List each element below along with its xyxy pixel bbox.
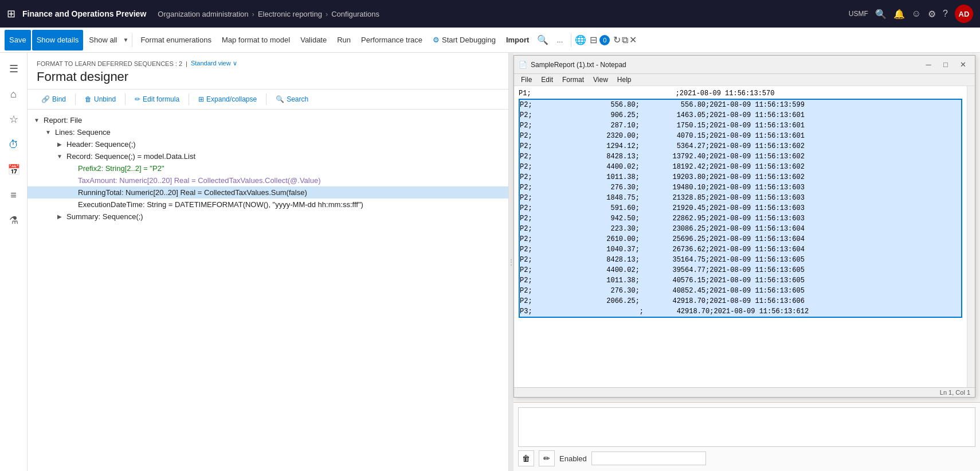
toolbar-new-window-icon[interactable]: ⧉ xyxy=(622,35,628,45)
show-details-button[interactable]: Show details xyxy=(32,30,84,50)
tree-node[interactable]: Prefix2: String[2..2] = "P2" xyxy=(28,162,508,174)
user-company: USMF xyxy=(849,10,868,18)
page-title: Format designer xyxy=(37,69,499,84)
map-format-button[interactable]: Map format to model xyxy=(217,30,295,50)
settings-icon[interactable]: ⚙ xyxy=(928,9,936,20)
sidebar-home-icon[interactable]: ⌂ xyxy=(2,83,25,106)
notepad-line: P2; 2066.25; 42918.70;2021-08-09 11:56:1… xyxy=(519,296,962,306)
toolbar-close-icon[interactable]: ✕ xyxy=(629,34,637,45)
notepad-line: P2; 1011.38; 40576.15;2021-08-09 11:56:1… xyxy=(519,275,962,286)
breadcrumb-item-3[interactable]: Configurations xyxy=(331,10,379,18)
import-button[interactable]: Import xyxy=(501,30,534,50)
bind-button[interactable]: 🔗 Bind xyxy=(37,93,70,106)
tree-node-label: Prefix2: String[2..2] = "P2" xyxy=(78,164,164,173)
notepad-line: P2; 1040.37; 26736.62;2021-08-09 11:56:1… xyxy=(519,244,962,255)
cursor-position: Ln 1, Col 1 xyxy=(940,389,970,396)
minimize-button[interactable]: ─ xyxy=(921,59,936,71)
notepad-line: P2; 1294.12; 5364.27;2021-08-09 11:56:13… xyxy=(519,141,962,151)
standard-view-toggle[interactable]: Standard view ∨ xyxy=(191,60,237,67)
user-badge[interactable]: AD xyxy=(955,5,973,23)
notepad-scrollbar[interactable] xyxy=(967,86,975,387)
breadcrumb-item-2[interactable]: Electronic reporting xyxy=(258,10,322,18)
tree-area: ▼Report: File▼Lines: Sequence▶Header: Se… xyxy=(28,110,508,471)
tree-toggle[interactable]: ▼ xyxy=(55,153,64,159)
notepad-file-icon: 📄 xyxy=(519,61,527,69)
search-icon[interactable]: 🔍 xyxy=(875,9,887,20)
expand-collapse-button[interactable]: ⊞ Expand/collapse xyxy=(194,93,261,106)
toolbar-layout-icon[interactable]: ⊟ xyxy=(590,34,597,45)
chat-icon[interactable]: ☺ xyxy=(912,9,921,19)
notepad-line: P2; 287.10; 1750.15;2021-08-09 11:56:13:… xyxy=(519,120,962,131)
notepad-text[interactable]: P1; ;2021-08-09 11:56:13:570 P2; 556.80;… xyxy=(514,86,967,387)
notepad-line: P2; 8428.13; 35164.75;2021-08-09 11:56:1… xyxy=(519,255,962,265)
more-button[interactable]: ... xyxy=(552,30,567,50)
sidebar-clock-icon[interactable]: ⏱ xyxy=(2,133,25,156)
menu-file[interactable]: File xyxy=(516,74,536,85)
format-enumerations-button[interactable]: Format enumerations xyxy=(136,30,216,50)
separator-2 xyxy=(571,33,571,47)
validate-button[interactable]: Validate xyxy=(296,30,331,50)
menu-format[interactable]: Format xyxy=(558,74,589,85)
delete-icon-btn[interactable]: 🗑 xyxy=(518,450,534,466)
bottom-controls: 🗑 ✏ Enabled xyxy=(518,450,975,466)
edit-formula-button[interactable]: ✏ Edit formula xyxy=(130,93,184,106)
tree-node[interactable]: ExecutionDateTime: String = DATETIMEFORM… xyxy=(28,198,508,211)
notepad-line: P2; 906.25; 1463.05;2021-08-09 11:56:13:… xyxy=(519,110,962,120)
performance-trace-button[interactable]: Performance trace xyxy=(356,30,427,50)
tree-toggle[interactable]: ▼ xyxy=(32,117,41,123)
view-chevron: ∨ xyxy=(233,60,237,67)
toolbar-globe-icon[interactable]: 🌐 xyxy=(575,34,586,45)
tree-toggle[interactable]: ▶ xyxy=(55,141,64,147)
enabled-input[interactable] xyxy=(591,451,706,465)
show-all-chevron[interactable]: ▼ xyxy=(123,37,129,43)
save-button[interactable]: Save xyxy=(5,30,31,50)
run-button[interactable]: Run xyxy=(332,30,355,50)
tree-node[interactable]: ▶Header: Sequence(;) xyxy=(28,138,508,150)
start-debugging-button[interactable]: ⚙ Start Debugging xyxy=(428,30,500,50)
subtitle-separator: | xyxy=(186,60,187,67)
unbind-button[interactable]: 🗑 Unbind xyxy=(80,93,120,106)
notepad-menubar: File Edit Format View Help xyxy=(514,74,975,86)
notepad-line: P3; ; 42918.70;2021-08-09 11:56:13:612 xyxy=(519,306,962,318)
tree-node[interactable]: ▶Summary: Sequence(;) xyxy=(28,211,508,223)
tree-node[interactable]: ▼Report: File xyxy=(28,114,508,126)
tree-node-label: ExecutionDateTime: String = DATETIMEFORM… xyxy=(78,200,363,209)
action-sep-1 xyxy=(75,94,76,105)
sidebar-star-icon[interactable]: ☆ xyxy=(2,108,25,131)
bottom-text-area[interactable] xyxy=(518,407,975,447)
menu-view[interactable]: View xyxy=(589,74,613,85)
menu-help[interactable]: Help xyxy=(613,74,636,85)
help-icon[interactable]: ? xyxy=(943,9,948,19)
show-all-button[interactable]: Show all xyxy=(84,30,121,50)
notepad-line: P2; 591.60; 21920.45;2021-08-09 11:56:13… xyxy=(519,203,962,213)
main-area: ☰ ⌂ ☆ ⏱ 📅 ≡ ⚗ FORMAT TO LEARN DEFERRED S… xyxy=(0,53,980,471)
menu-edit[interactable]: Edit xyxy=(536,74,558,85)
notification-icon[interactable]: 🔔 xyxy=(893,9,905,20)
tree-node[interactable]: TaxAmount: Numeric[20..20] Real = Collec… xyxy=(28,174,508,186)
edit-icon-btn[interactable]: ✏ xyxy=(539,450,555,466)
tree-node-label: RunningTotal: Numeric[20..20] Real = Col… xyxy=(78,188,307,197)
close-button[interactable]: ✕ xyxy=(955,59,970,71)
search-icon-designer: 🔍 xyxy=(276,95,284,103)
sidebar-calendar-icon[interactable]: 📅 xyxy=(2,158,25,181)
tree-node-label: Record: Sequence(;) = model.Data.List xyxy=(66,152,195,161)
app-grid-icon[interactable]: ⊞ xyxy=(7,7,15,20)
tree-node[interactable]: ▼Record: Sequence(;) = model.Data.List xyxy=(28,150,508,162)
toolbar-refresh-icon[interactable]: ↻ xyxy=(613,34,621,45)
unbind-icon: 🗑 xyxy=(85,95,92,103)
tree-toggle[interactable]: ▼ xyxy=(44,129,53,135)
restore-button[interactable]: □ xyxy=(938,59,953,71)
tree-toggle[interactable]: ▶ xyxy=(55,213,64,220)
tree-node[interactable]: ▼Lines: Sequence xyxy=(28,126,508,138)
resize-handle[interactable]: ⋮ xyxy=(509,53,513,471)
toolbar-search-icon[interactable]: 🔍 xyxy=(535,34,551,45)
top-nav: ⊞ Finance and Operations Preview Organiz… xyxy=(0,0,980,28)
sidebar-filter-icon[interactable]: ⚗ xyxy=(2,209,25,232)
tree-node-label: Summary: Sequence(;) xyxy=(66,212,143,221)
sidebar-list-icon[interactable]: ≡ xyxy=(2,184,25,207)
breadcrumb-item-1[interactable]: Organization administration xyxy=(158,10,248,18)
sidebar-menu-icon[interactable]: ☰ xyxy=(2,57,25,80)
search-button[interactable]: 🔍 Search xyxy=(271,93,313,106)
tree-node[interactable]: RunningTotal: Numeric[20..20] Real = Col… xyxy=(28,186,508,198)
show-all-dropdown[interactable]: Show all ▼ xyxy=(84,30,128,50)
